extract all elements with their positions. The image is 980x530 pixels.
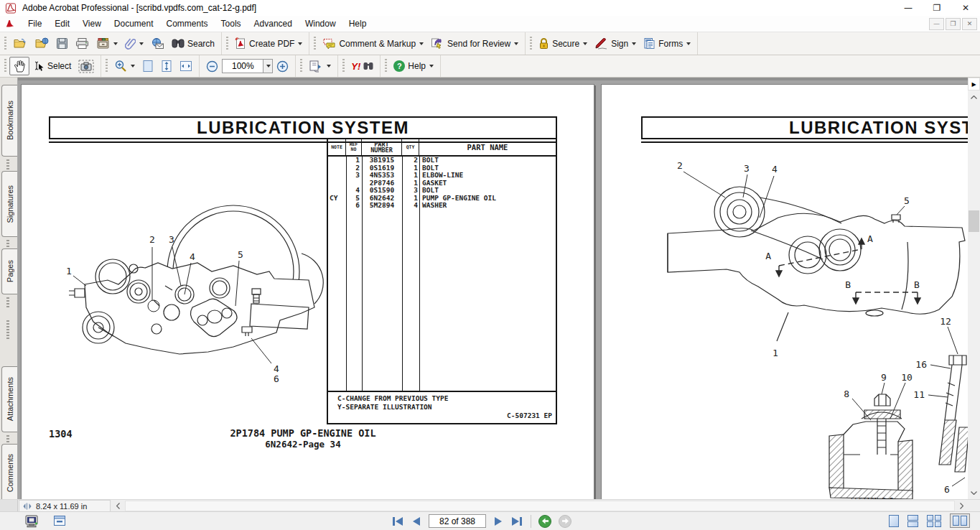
print-button[interactable]: [72, 34, 93, 53]
tab-comments[interactable]: Comments: [1, 444, 17, 503]
create-pdf-button[interactable]: Create PDF: [231, 34, 306, 53]
send-for-review-button[interactable]: Send for Review: [427, 34, 522, 53]
secure-button[interactable]: Secure: [535, 34, 591, 53]
email-button[interactable]: [147, 34, 168, 53]
menu-tools[interactable]: Tools: [215, 17, 248, 31]
organizer-button[interactable]: [93, 34, 121, 53]
menu-document[interactable]: Document: [108, 17, 160, 31]
snapshot-camera-icon: [78, 60, 94, 73]
zoom-level-input[interactable]: 100%: [222, 59, 263, 73]
single-page-view-button[interactable]: [889, 515, 899, 527]
continuous-facing-view-button[interactable]: [927, 515, 941, 527]
section-a-label: A: [765, 251, 771, 261]
toolbar-grip[interactable]: [226, 37, 228, 51]
callout-5: 5: [238, 249, 243, 260]
scroll-up-button[interactable]: [968, 91, 980, 103]
next-page-button[interactable]: [493, 516, 503, 527]
menu-edit[interactable]: Edit: [48, 17, 76, 31]
document-minimize-button[interactable]: —: [929, 18, 944, 30]
open-web-page-button[interactable]: [31, 34, 52, 53]
menu-view[interactable]: View: [76, 17, 108, 31]
organizer-drawer-icon: [96, 37, 110, 50]
page-navigation: 82 of 388: [391, 514, 571, 528]
callout-4: 4: [190, 251, 195, 262]
toolbar-grip[interactable]: [342, 59, 345, 73]
sign-button[interactable]: Sign: [591, 34, 640, 53]
select-tool-button[interactable]: Select: [29, 57, 75, 75]
title-bar: Adobe Acrobat Professional - [scribd.vpd…: [0, 0, 980, 16]
continuous-view-button[interactable]: [907, 515, 918, 527]
menu-advanced[interactable]: Advanced: [248, 17, 299, 31]
save-button[interactable]: [52, 34, 72, 53]
window-panel-icon[interactable]: [53, 515, 66, 526]
window-restore-button[interactable]: ❐: [923, 0, 951, 16]
page-layout-controls: [889, 513, 970, 528]
tab-signatures[interactable]: Signatures: [1, 171, 17, 237]
window-close-button[interactable]: ✕: [951, 0, 980, 16]
snapshot-tool-button[interactable]: [75, 57, 98, 75]
page-display-button[interactable]: [305, 57, 335, 75]
tab-pages[interactable]: Pages: [1, 248, 17, 294]
fit-height-button[interactable]: [157, 57, 176, 75]
document-restore-button[interactable]: ❐: [946, 18, 961, 30]
previous-page-button[interactable]: [411, 516, 421, 527]
splitter-handle-icon[interactable]: [23, 503, 32, 510]
open-web-folder-icon: [34, 37, 49, 50]
section-a-label: A: [867, 233, 873, 244]
toolbar-grip[interactable]: [300, 59, 302, 73]
horizontal-scroll-row: 8.24 x 11.69 in: [0, 499, 980, 511]
zoom-tool-button[interactable]: [111, 57, 139, 75]
search-button[interactable]: Search: [168, 34, 218, 53]
horizontal-scrollbar[interactable]: [125, 501, 955, 511]
scroll-left-button[interactable]: [112, 500, 124, 512]
menu-file[interactable]: File: [22, 17, 48, 31]
toolbar-grip[interactable]: [4, 37, 6, 51]
toolbar-overflow-button[interactable]: ▶: [968, 78, 980, 90]
fit-page-button[interactable]: [139, 57, 157, 75]
vertical-scrollbar[interactable]: ▶: [968, 78, 980, 499]
screen-mode-icon[interactable]: [24, 515, 39, 528]
previous-view-button[interactable]: [538, 515, 551, 528]
hand-tool-button[interactable]: [9, 57, 29, 75]
menu-help[interactable]: Help: [342, 17, 373, 31]
comment-markup-button[interactable]: Comment & Markup: [319, 34, 427, 53]
first-page-button[interactable]: [391, 516, 404, 527]
help-button[interactable]: ? Help: [390, 57, 437, 75]
menu-window[interactable]: Window: [299, 17, 342, 31]
fit-width-button[interactable]: [176, 57, 196, 75]
facing-view-button[interactable]: [950, 513, 970, 528]
last-page-button[interactable]: [510, 516, 523, 527]
attach-button[interactable]: [121, 34, 147, 53]
scroll-down-button[interactable]: [968, 487, 980, 499]
toolbar-grip[interactable]: [314, 37, 316, 51]
open-button[interactable]: [9, 34, 31, 53]
next-view-button[interactable]: [559, 515, 571, 528]
callout-6: 6: [274, 373, 279, 384]
footer-part-title: 2P1784 PUMP GP-ENGINE OIL: [49, 427, 557, 439]
zoom-in-button[interactable]: [273, 57, 292, 75]
yahoo-search-button[interactable]: Y!: [347, 57, 377, 75]
toolbar-grip[interactable]: [530, 37, 532, 51]
document-pane[interactable]: LUBRICATION SYSTEM NOTE REF NO PART NUMB…: [18, 78, 968, 499]
toolbar-grip[interactable]: [4, 59, 6, 73]
create-pdf-icon: [235, 37, 246, 50]
zoom-level-dropdown[interactable]: [263, 59, 273, 73]
comment-bubbles-icon: [322, 37, 336, 50]
tab-bookmarks[interactable]: Bookmarks: [1, 85, 17, 157]
toolbar-grip[interactable]: [385, 59, 387, 73]
zoom-in-plus-icon: [276, 60, 289, 73]
window-minimize-button[interactable]: —: [894, 0, 923, 16]
menu-comments[interactable]: Comments: [160, 17, 215, 31]
page-number-input[interactable]: 82 of 388: [429, 514, 486, 528]
toolbar-grip[interactable]: [106, 59, 108, 73]
vertical-scrollbar-thumb[interactable]: [969, 210, 979, 232]
panel-splitter-grip[interactable]: [6, 320, 9, 340]
pdf-page-left: LUBRICATION SYSTEM NOTE REF NO PART NUMB…: [21, 84, 594, 499]
arrow-left-icon: [542, 518, 549, 524]
zoom-out-button[interactable]: [202, 57, 222, 75]
send-for-review-label: Send for Review: [447, 39, 510, 49]
forms-button[interactable]: Forms: [640, 34, 694, 53]
tab-attachments[interactable]: Attachments: [1, 366, 17, 432]
scroll-right-button[interactable]: [956, 500, 968, 512]
document-close-button[interactable]: ✕: [962, 18, 977, 30]
